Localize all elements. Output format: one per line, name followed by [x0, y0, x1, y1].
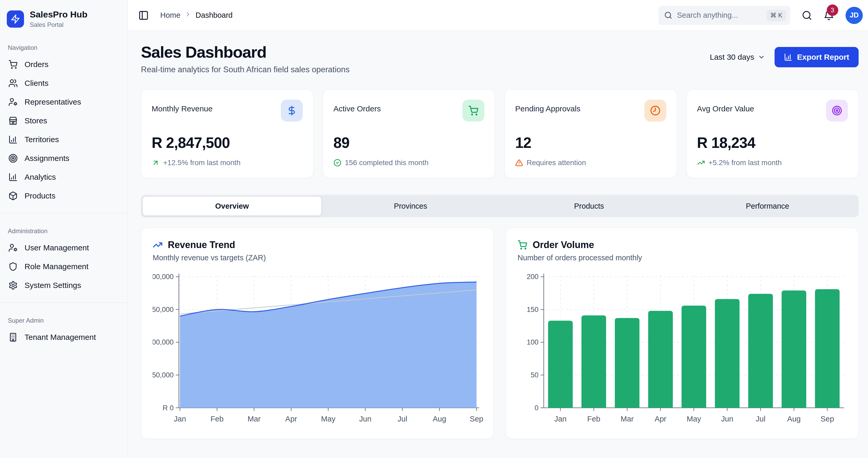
- sidebar-item-representatives[interactable]: Representatives: [6, 93, 121, 111]
- stat-card-monthly-revenue: Monthly Revenue R 2,847,500 +12.5% from …: [141, 90, 313, 178]
- notifications-button[interactable]: 3: [824, 10, 834, 21]
- stat-delta: +5.2% from last month: [697, 159, 848, 167]
- svg-text:May: May: [687, 415, 701, 423]
- clock-icon: [644, 100, 666, 122]
- search-icon: [664, 11, 672, 19]
- svg-text:150: 150: [527, 305, 538, 314]
- superadmin-section-label: Super Admin: [8, 317, 121, 324]
- sidebar-item-territories[interactable]: Territories: [6, 130, 121, 149]
- sidebar-item-clients[interactable]: Clients: [6, 74, 121, 93]
- panel-left-icon: [138, 10, 149, 21]
- store-icon: [8, 116, 18, 126]
- app-tagline: Sales Portal: [30, 21, 87, 28]
- svg-text:Jun: Jun: [359, 415, 371, 423]
- topbar: Home Dashboard ⌘ K 3 JD: [128, 0, 868, 31]
- triangle-alert-icon: [515, 159, 523, 167]
- search-input[interactable]: [677, 11, 762, 20]
- svg-text:0: 0: [534, 404, 538, 412]
- sidebar-item-orders[interactable]: Orders: [6, 55, 121, 74]
- sidebar-item-products[interactable]: Products: [6, 187, 121, 205]
- global-search[interactable]: ⌘ K: [658, 6, 790, 25]
- sidebar-item-stores[interactable]: Stores: [6, 111, 121, 130]
- sidebar-item-tenant-management[interactable]: Tenant Management: [6, 328, 121, 347]
- admin-section-label: Administration: [8, 227, 121, 235]
- trending-up-icon: [697, 159, 705, 167]
- svg-text:500,000: 500,000: [153, 338, 174, 346]
- tab-overview[interactable]: Overview: [143, 197, 321, 216]
- svg-text:Feb: Feb: [210, 415, 223, 423]
- search-shortcut-badge: ⌘ K: [767, 10, 786, 21]
- chevron-down-icon: [758, 54, 765, 61]
- sidebar-toggle-button[interactable]: [138, 10, 149, 21]
- svg-text:Sep: Sep: [820, 415, 834, 423]
- svg-text:Mar: Mar: [248, 415, 261, 423]
- avatar[interactable]: JD: [845, 7, 863, 24]
- svg-text:200: 200: [527, 272, 538, 281]
- sidebar-item-system-settings[interactable]: System Settings: [6, 276, 121, 295]
- app-name: SalesPro Hub: [30, 9, 87, 20]
- trending-up-icon: [153, 240, 163, 250]
- search-button[interactable]: [802, 10, 812, 21]
- export-report-button[interactable]: Export Report: [775, 47, 859, 67]
- app-window: SalesPro Hub Sales Portal Navigation Ord…: [0, 0, 868, 458]
- notification-count-badge: 3: [827, 4, 838, 16]
- svg-text:Apr: Apr: [285, 415, 297, 423]
- zap-icon: [7, 10, 24, 28]
- stat-card-avg-order-value: Avg Order Value R 18,234 +5.2% from last…: [686, 90, 859, 178]
- charts-row: Revenue Trend Monthly revenue vs targets…: [141, 228, 859, 439]
- order-volume-card: Order Volume Number of orders processed …: [506, 228, 859, 439]
- bar-chart-icon: [8, 135, 18, 144]
- svg-text:May: May: [321, 415, 335, 423]
- arrow-up-right-icon: [152, 159, 159, 167]
- dollar-sign-icon: [281, 100, 303, 122]
- svg-text:250,000: 250,000: [153, 305, 174, 314]
- sidebar-item-analytics[interactable]: Analytics: [6, 168, 121, 187]
- bar-chart-icon: [8, 172, 18, 182]
- building-icon: [8, 332, 18, 342]
- stat-value: R 18,234: [697, 134, 848, 151]
- sidebar-item-assignments[interactable]: Assignments: [6, 149, 121, 168]
- svg-text:Mar: Mar: [621, 415, 633, 423]
- target-icon: [826, 100, 848, 122]
- tab-products[interactable]: Products: [500, 197, 678, 216]
- dashboard-content: Sales Dashboard Real-time analytics for …: [128, 31, 868, 458]
- stat-value: R 2,847,500: [152, 134, 303, 151]
- page-subtitle: Real-time analytics for South African fi…: [141, 65, 350, 74]
- breadcrumb-home[interactable]: Home: [160, 11, 180, 20]
- stat-value: 12: [515, 134, 666, 151]
- stat-delta: Requires attention: [515, 159, 666, 167]
- sidebar-item-role-management[interactable]: Role Management: [6, 257, 121, 276]
- svg-text:Jan: Jan: [174, 415, 186, 423]
- sidebar-item-user-management[interactable]: User Management: [6, 238, 121, 257]
- stat-value: 89: [334, 134, 485, 151]
- shopping-cart-icon: [518, 240, 527, 250]
- stat-card-active-orders: Active Orders 89 156 completed this mont…: [323, 90, 495, 178]
- order-volume-chart: 050100150200JanFebMarAprMayJunJulAugSep: [518, 271, 848, 431]
- svg-text:Feb: Feb: [587, 415, 600, 423]
- tab-performance[interactable]: Performance: [678, 197, 857, 216]
- dashboard-tabs: Overview Provinces Products Performance: [141, 195, 859, 217]
- chart-subtitle: Number of orders processed monthly: [518, 254, 848, 262]
- sidebar-divider: [0, 213, 128, 214]
- app-logo[interactable]: SalesPro Hub Sales Portal: [6, 8, 121, 30]
- user-cog-icon: [8, 97, 18, 107]
- chart-subtitle: Monthly revenue vs targets (ZAR): [153, 254, 483, 262]
- chart-column-icon: [784, 53, 792, 61]
- tab-provinces[interactable]: Provinces: [321, 197, 500, 216]
- stat-delta: 156 completed this month: [334, 159, 485, 167]
- svg-text:000,000: 000,000: [153, 272, 174, 281]
- gear-icon: [8, 281, 18, 290]
- nav-section-label: Navigation: [8, 44, 121, 52]
- svg-text:Jul: Jul: [398, 415, 407, 423]
- revenue-trend-card: Revenue Trend Monthly revenue vs targets…: [141, 228, 494, 439]
- chevron-right-icon: [185, 11, 191, 20]
- chart-title: Order Volume: [533, 239, 594, 251]
- svg-text:Sep: Sep: [470, 415, 483, 423]
- stat-cards: Monthly Revenue R 2,847,500 +12.5% from …: [141, 90, 859, 178]
- sidebar-divider: [0, 302, 128, 303]
- shopping-cart-icon: [462, 100, 484, 122]
- svg-text:Aug: Aug: [787, 415, 801, 423]
- date-range-select[interactable]: Last 30 days: [710, 53, 765, 62]
- stat-delta: +12.5% from last month: [152, 159, 303, 167]
- stat-card-pending-approvals: Pending Approvals 12 Requires attention: [504, 90, 677, 178]
